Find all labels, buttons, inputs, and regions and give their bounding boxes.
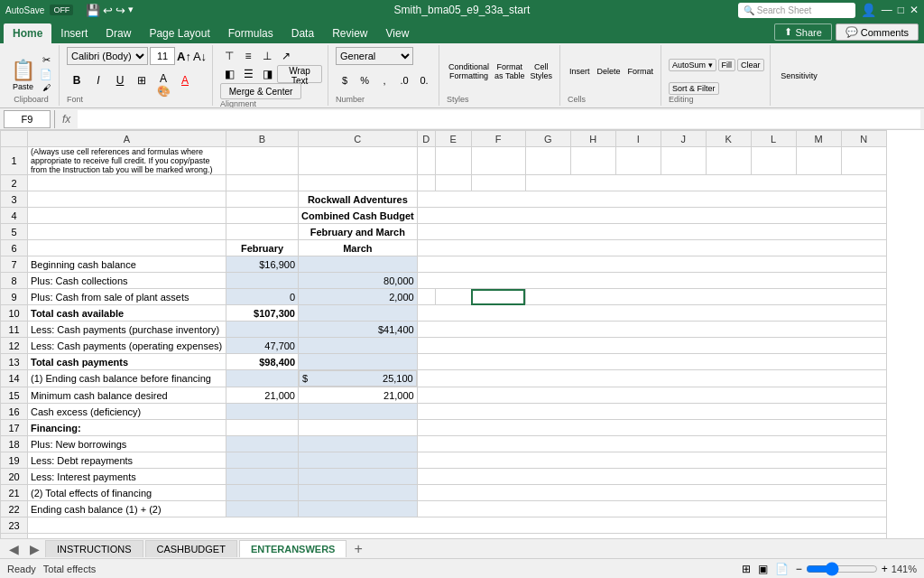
font-name-select[interactable]: Calibri (Body): [67, 47, 148, 65]
cell-D18[interactable]: [417, 436, 886, 452]
row-13-header[interactable]: 13: [1, 354, 28, 370]
dollar-format-button[interactable]: $: [336, 71, 354, 89]
formula-input[interactable]: [78, 110, 920, 128]
cell-D7[interactable]: [417, 256, 886, 273]
cell-B14[interactable]: [226, 370, 299, 387]
cell-A1[interactable]: (Always use cell references and formulas…: [28, 147, 226, 175]
row-18-header[interactable]: 18: [1, 436, 28, 452]
cell-A3[interactable]: [28, 191, 226, 208]
col-header-M[interactable]: M: [796, 131, 841, 147]
decrease-font-button[interactable]: A↓: [193, 50, 207, 63]
cell-B13[interactable]: $98,400: [226, 354, 299, 370]
zoom-in-button[interactable]: +: [882, 563, 888, 575]
cell-D14[interactable]: [417, 370, 886, 387]
sheet-tab-instructions[interactable]: INSTRUCTIONS: [45, 540, 143, 557]
normal-view-button[interactable]: ⊞: [742, 563, 751, 575]
cell-A11[interactable]: Less: Cash payments (purchase inventory): [28, 322, 226, 338]
row-6-header[interactable]: 6: [1, 240, 28, 256]
row-15-header[interactable]: 15: [1, 387, 28, 404]
zoom-slider[interactable]: [806, 562, 878, 576]
cell-A16[interactable]: Cash excess (deficiency): [28, 404, 226, 420]
cell-F2[interactable]: [471, 175, 525, 191]
cell-B21[interactable]: [226, 485, 299, 501]
grid-wrapper[interactable]: A B C D E F G H I J K L M N: [0, 130, 924, 538]
sort-filter-button[interactable]: Sort & Filter: [669, 82, 719, 95]
tab-insert[interactable]: Insert: [51, 23, 97, 43]
align-middle-button[interactable]: ≡: [239, 47, 257, 65]
col-header-E[interactable]: E: [435, 131, 471, 147]
cell-B20[interactable]: [226, 469, 299, 485]
sensitivity-button[interactable]: Sensitivity: [781, 71, 818, 80]
row-11-header[interactable]: 11: [1, 322, 28, 338]
cell-A20[interactable]: Less: Interest payments: [28, 469, 226, 485]
cell-C14[interactable]: $25,100: [299, 370, 417, 387]
increase-decimal-button[interactable]: .0: [395, 71, 413, 89]
zoom-out-button[interactable]: −: [796, 563, 802, 575]
delete-cells-button[interactable]: Delete: [595, 65, 622, 78]
cell-D15[interactable]: [417, 387, 886, 404]
cell-D4[interactable]: [417, 208, 886, 224]
cell-C22[interactable]: [299, 501, 418, 517]
col-header-I[interactable]: I: [615, 131, 661, 147]
search-sheet-box[interactable]: 🔍 Search Sheet: [738, 3, 855, 18]
cell-D19[interactable]: [417, 452, 886, 469]
cell-C15[interactable]: 21,000: [299, 387, 418, 404]
cell-B12[interactable]: 47,700: [226, 338, 299, 354]
row-9-header[interactable]: 9: [1, 289, 28, 305]
cell-D5[interactable]: [417, 224, 886, 240]
cell-B7[interactable]: $16,900: [226, 256, 299, 273]
cell-A14[interactable]: (1) Ending cash balance before financing: [28, 370, 226, 387]
cut-button[interactable]: ✂: [39, 53, 53, 67]
scroll-left-tab-button[interactable]: ◀: [4, 542, 24, 556]
conditional-formatting-button[interactable]: ConditionalFormatting: [447, 61, 491, 82]
copy-button[interactable]: 📄: [39, 68, 53, 81]
cell-E2[interactable]: [435, 175, 471, 191]
cell-styles-button[interactable]: CellStyles: [528, 61, 554, 82]
tab-formulas[interactable]: Formulas: [219, 23, 282, 43]
maximize-icon[interactable]: □: [898, 4, 904, 16]
cell-F9[interactable]: [471, 289, 525, 305]
row-2-header[interactable]: 2: [1, 175, 28, 191]
border-button[interactable]: ⊞: [132, 71, 152, 89]
col-header-J[interactable]: J: [661, 131, 706, 147]
cell-B19[interactable]: [226, 452, 299, 469]
col-header-B[interactable]: B: [226, 131, 299, 147]
insert-cells-button[interactable]: Insert: [568, 65, 592, 78]
cell-D17[interactable]: [417, 420, 886, 436]
row-20-header[interactable]: 20: [1, 469, 28, 485]
col-header-N[interactable]: N: [841, 131, 886, 147]
row-16-header[interactable]: 16: [1, 404, 28, 420]
cell-A19[interactable]: Less: Debt repayments: [28, 452, 226, 469]
col-header-A[interactable]: A: [28, 131, 226, 147]
cell-G1[interactable]: [525, 147, 570, 175]
cell-C13[interactable]: [299, 354, 418, 370]
col-header-G[interactable]: G: [525, 131, 570, 147]
cell-L1[interactable]: [751, 147, 796, 175]
format-cells-button[interactable]: Format: [626, 65, 656, 78]
cell-C18[interactable]: [299, 436, 418, 452]
font-color-button[interactable]: A: [175, 71, 195, 89]
cell-C10[interactable]: [299, 305, 418, 322]
col-header-F[interactable]: F: [471, 131, 525, 147]
underline-button[interactable]: U: [110, 71, 130, 89]
share-button[interactable]: ⬆ Share: [774, 23, 831, 41]
cell-A2[interactable]: [28, 175, 226, 191]
increase-font-button[interactable]: A↑: [177, 50, 191, 63]
row-19-header[interactable]: 19: [1, 452, 28, 469]
sheet-tab-enteranswers[interactable]: ENTERANSWERS: [239, 540, 347, 557]
cell-A7[interactable]: Beginning cash balance: [28, 256, 226, 273]
col-header-D[interactable]: D: [417, 131, 435, 147]
row-22-header[interactable]: 22: [1, 501, 28, 517]
cell-B5[interactable]: [226, 224, 299, 240]
col-header-K[interactable]: K: [706, 131, 751, 147]
cell-B22[interactable]: [226, 501, 299, 517]
format-painter-button[interactable]: 🖌: [39, 82, 53, 93]
orientation-button[interactable]: ↗: [277, 47, 295, 65]
cell-G9[interactable]: [525, 289, 886, 305]
tab-page-layout[interactable]: Page Layout: [140, 23, 218, 43]
cell-D12[interactable]: [417, 338, 886, 354]
align-bottom-button[interactable]: ⊥: [258, 47, 276, 65]
cell-M1[interactable]: [796, 147, 841, 175]
cell-E9[interactable]: [435, 289, 471, 305]
cell-F1[interactable]: [471, 147, 525, 175]
